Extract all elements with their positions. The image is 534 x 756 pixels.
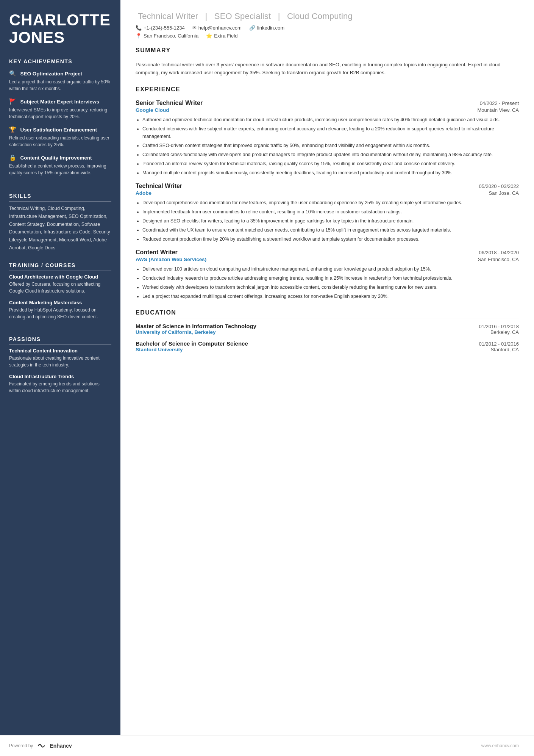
bullet-google-3: Crafted SEO-driven content strategies th… bbox=[142, 142, 519, 149]
job-header-adobe: Technical Writer 05/2020 - 03/2022 bbox=[136, 183, 519, 189]
achievement-desc-seo: Led a project that increased organic tra… bbox=[9, 78, 111, 92]
email-icon: ✉ bbox=[192, 25, 197, 31]
course-item-marketing: Content Marketing Masterclass Provided b… bbox=[9, 300, 111, 320]
summary-section: SUMMARY Passionate technical writer with… bbox=[136, 47, 519, 77]
bullet-aws-4: Led a project that expanded multilingual… bbox=[142, 293, 519, 300]
linkedin-icon: 🔗 bbox=[249, 25, 255, 31]
contact-linkedin: 🔗 linkedin.com bbox=[249, 25, 284, 31]
experience-section: EXPERIENCE Senior Technical Writer 04/20… bbox=[136, 86, 519, 300]
achievement-title-seo: SEO Optimization Project bbox=[20, 71, 82, 77]
achievement-item-sme: 🚩 Subject Matter Expert Interviews Inter… bbox=[9, 98, 111, 120]
job-dates-aws: 06/2018 - 04/2020 bbox=[479, 250, 519, 255]
training-title: TRAINING / COURSES bbox=[9, 262, 111, 271]
job-location-aws: San Francisco, CA bbox=[478, 257, 519, 262]
edu-school-ms: University of California, Berkeley bbox=[136, 329, 216, 335]
skills-text: Technical Writing, Cloud Computing, Infr… bbox=[9, 205, 111, 252]
sidebar: CHARLOTTEJONES KEY ACHIEVEMENTS 🔍 SEO Op… bbox=[0, 0, 120, 735]
job-bullets-adobe: Developed comprehensive documentation fo… bbox=[136, 199, 519, 243]
achievement-title-content: Content Quality Improvement bbox=[20, 155, 92, 161]
skills-section: SKILLS Technical Writing, Cloud Computin… bbox=[9, 193, 111, 252]
main-content: Technical Writer | SEO Specialist | Clou… bbox=[120, 0, 534, 735]
job-header-google: Senior Technical Writer 04/2022 - Presen… bbox=[136, 100, 519, 106]
title-seo-specialist: SEO Specialist bbox=[214, 11, 271, 21]
achievement-header-content: 🔒 Content Quality Improvement bbox=[9, 154, 111, 161]
achievement-desc-content: Established a content review process, im… bbox=[9, 163, 111, 176]
job-location-adobe: San Jose, CA bbox=[489, 190, 519, 196]
phone-icon: 📞 bbox=[136, 25, 142, 31]
summary-title: SUMMARY bbox=[136, 47, 519, 56]
job-dates-google: 04/2022 - Present bbox=[480, 100, 519, 106]
key-achievements-title: KEY ACHIEVEMENTS bbox=[9, 58, 111, 67]
edu-item-bs: Bachelor of Science in Computer Science … bbox=[136, 340, 519, 352]
education-title: EDUCATION bbox=[136, 309, 519, 318]
powered-by-text: Powered by bbox=[9, 743, 33, 748]
achievement-header-user: 🏆 User Satisfaction Enhancement bbox=[9, 126, 111, 133]
edu-degree-bs: Bachelor of Science in Computer Science bbox=[136, 340, 248, 347]
course-desc-marketing: Provided by HubSpot Academy, focused on … bbox=[9, 307, 111, 320]
edu-header-ms: Master of Science in Information Technol… bbox=[136, 323, 519, 329]
brand-name: Enhancv bbox=[50, 743, 72, 749]
phone-text: +1-(234)-555-1234 bbox=[144, 25, 185, 31]
job-item-google: Senior Technical Writer 04/2022 - Presen… bbox=[136, 100, 519, 177]
achievement-title-sme: Subject Matter Expert Interviews bbox=[20, 99, 99, 105]
edu-header-bs: Bachelor of Science in Computer Science … bbox=[136, 340, 519, 347]
job-item-adobe: Technical Writer 05/2020 - 03/2022 Adobe… bbox=[136, 183, 519, 243]
bullet-google-4: Collaborated cross-functionally with dev… bbox=[142, 151, 519, 158]
job-company-aws: AWS (Amazon Web Services) bbox=[136, 257, 206, 262]
achievement-desc-sme: Interviewed SMEs to improve accuracy, re… bbox=[9, 106, 111, 120]
job-item-aws: Content Writer 06/2018 - 04/2020 AWS (Am… bbox=[136, 249, 519, 300]
header-titles: Technical Writer | SEO Specialist | Clou… bbox=[136, 11, 519, 21]
passions-title: PASSIONS bbox=[9, 336, 111, 345]
footer-website: www.enhancv.com bbox=[481, 743, 519, 748]
bullet-adobe-3: Designed an SEO checklist for writers, l… bbox=[142, 217, 519, 225]
achievement-header: 🔍 SEO Optimization Project bbox=[9, 70, 111, 77]
achievements-list: 🔍 SEO Optimization Project Led a project… bbox=[9, 70, 111, 176]
bullet-google-1: Authored and optimized technical documen… bbox=[142, 116, 519, 124]
edu-subheader-bs: Stanford University Stanford, CA bbox=[136, 347, 519, 352]
skills-title: SKILLS bbox=[9, 193, 111, 202]
linkedin-text: linkedin.com bbox=[257, 25, 284, 31]
training-section: TRAINING / COURSES Cloud Architecture wi… bbox=[9, 262, 111, 326]
edu-subheader-ms: University of California, Berkeley Berke… bbox=[136, 329, 519, 335]
bullet-adobe-1: Developed comprehensive documentation fo… bbox=[142, 199, 519, 207]
passion-title-cloud: Cloud Infrastructure Trends bbox=[9, 374, 111, 379]
title-technical-writer: Technical Writer bbox=[138, 11, 198, 21]
passion-item-cloud: Cloud Infrastructure Trends Fascinated b… bbox=[9, 374, 111, 394]
candidate-name: CHARLOTTEJONES bbox=[9, 11, 111, 46]
edu-item-ms: Master of Science in Information Technol… bbox=[136, 323, 519, 335]
bullet-google-2: Conducted interviews with five subject m… bbox=[142, 125, 519, 140]
experience-title: EXPERIENCE bbox=[136, 86, 519, 95]
contact-row: 📞 +1-(234)-555-1234 ✉ help@enhancv.com 🔗… bbox=[136, 25, 519, 31]
edu-school-bs: Stanford University bbox=[136, 347, 183, 352]
passion-title-innovation: Technical Content Innovation bbox=[9, 348, 111, 354]
achievement-item-content: 🔒 Content Quality Improvement Establishe… bbox=[9, 154, 111, 176]
sme-icon: 🚩 bbox=[9, 98, 16, 105]
trophy-icon: 🏆 bbox=[9, 126, 16, 133]
edu-degree-ms: Master of Science in Information Technol… bbox=[136, 323, 256, 329]
location-text: San Francisco, California bbox=[144, 33, 198, 39]
education-section: EDUCATION Master of Science in Informati… bbox=[136, 309, 519, 352]
edu-dates-ms: 01/2016 - 01/2018 bbox=[479, 324, 519, 329]
contact-location: 📍 San Francisco, California bbox=[136, 33, 198, 39]
key-achievements-section: KEY ACHIEVEMENTS 🔍 SEO Optimization Proj… bbox=[9, 58, 111, 182]
passion-item-innovation: Technical Content Innovation Passionate … bbox=[9, 348, 111, 368]
passion-desc-innovation: Passionate about creating innovative con… bbox=[9, 355, 111, 368]
divider-2: | bbox=[278, 11, 280, 21]
contact-email: ✉ help@enhancv.com bbox=[192, 25, 242, 31]
bullet-aws-1: Delivered over 100 articles on cloud com… bbox=[142, 265, 519, 273]
bullet-adobe-5: Reduced content production time by 20% b… bbox=[142, 235, 519, 243]
passion-desc-cloud: Fascinated by emerging trends and soluti… bbox=[9, 380, 111, 394]
job-subheader-google: Google Cloud Mountain View, CA bbox=[136, 107, 519, 113]
enhancv-logo-icon bbox=[36, 742, 47, 749]
achievement-item-user: 🏆 User Satisfaction Enhancement Refined … bbox=[9, 126, 111, 148]
bullet-aws-2: Conducted industry research to produce a… bbox=[142, 274, 519, 282]
job-subheader-adobe: Adobe San Jose, CA bbox=[136, 190, 519, 196]
job-title-google: Senior Technical Writer bbox=[136, 100, 203, 106]
contact-phone: 📞 +1-(234)-555-1234 bbox=[136, 25, 185, 31]
bullet-google-5: Pioneered an internal review system for … bbox=[142, 160, 519, 167]
star-icon: ⭐ bbox=[206, 33, 212, 39]
edu-location-bs: Stanford, CA bbox=[491, 347, 519, 352]
name-block: CHARLOTTEJONES bbox=[9, 11, 111, 46]
divider-1: | bbox=[205, 11, 208, 21]
course-title-cloud: Cloud Architecture with Google Cloud bbox=[9, 274, 111, 280]
